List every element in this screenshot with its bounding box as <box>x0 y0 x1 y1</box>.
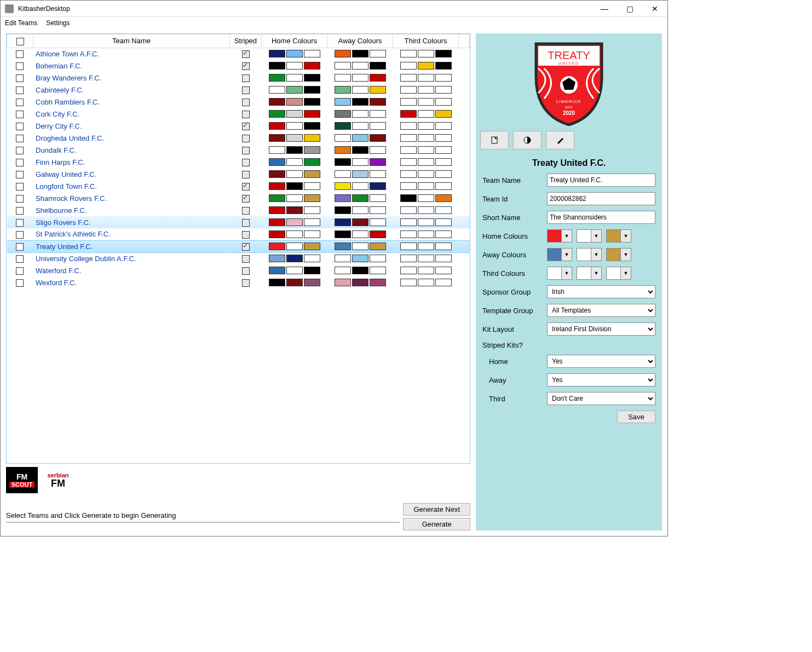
striped-checkbox[interactable] <box>242 62 250 70</box>
minimize-button[interactable]: — <box>592 1 617 17</box>
away-colour-picker[interactable]: ▼ <box>577 248 602 261</box>
third-colour-picker[interactable]: ▼ <box>577 267 602 280</box>
team-id-field[interactable] <box>547 192 655 205</box>
home-colour-picker[interactable]: ▼ <box>606 229 631 243</box>
striped-home-select[interactable]: Yes <box>547 355 655 368</box>
row-checkbox[interactable] <box>16 50 24 58</box>
striped-checkbox[interactable] <box>242 50 250 58</box>
striped-third-select[interactable]: Don't Care <box>547 392 655 405</box>
colour-swatches <box>395 243 456 250</box>
striped-checkbox[interactable] <box>242 219 250 227</box>
table-row[interactable]: Treaty United F.C. <box>7 240 470 252</box>
home-colour-picker[interactable]: ▼ <box>547 229 572 243</box>
striped-checkbox[interactable] <box>242 86 250 94</box>
third-colour-picker[interactable]: ▼ <box>547 267 572 280</box>
brush-tab-button[interactable] <box>546 131 574 149</box>
third-colour-picker[interactable]: ▼ <box>606 267 631 280</box>
info-tab-button[interactable] <box>480 131 509 149</box>
striped-checkbox[interactable] <box>242 159 250 166</box>
table-row[interactable]: Galway United F.C. <box>7 168 470 180</box>
col-third[interactable]: Third Colours <box>393 34 459 48</box>
striped-away-select[interactable]: Yes <box>547 373 655 386</box>
table-row[interactable]: Shelbourne F.C. <box>7 204 470 216</box>
col-team-name[interactable]: Team Name <box>33 34 230 48</box>
row-checkbox[interactable] <box>16 255 24 263</box>
row-checkbox[interactable] <box>16 279 24 287</box>
table-row[interactable]: Wexford F.C. <box>7 276 470 289</box>
row-checkbox[interactable] <box>16 195 24 203</box>
table-row[interactable]: Cobh Ramblers F.C. <box>7 96 470 108</box>
away-colour-picker[interactable]: ▼ <box>606 248 631 261</box>
row-checkbox[interactable] <box>16 147 24 154</box>
striped-checkbox[interactable] <box>242 195 250 203</box>
striped-checkbox[interactable] <box>242 255 250 263</box>
table-row[interactable]: Drogheda United F.C. <box>7 132 470 144</box>
table-row[interactable]: Derry City F.C. <box>7 120 470 132</box>
template-select[interactable]: All Templates <box>547 304 655 317</box>
striped-checkbox[interactable] <box>242 99 250 106</box>
row-checkbox[interactable] <box>16 231 24 239</box>
table-row[interactable]: Athlone Town A.F.C. <box>7 48 470 60</box>
row-checkbox[interactable] <box>16 74 24 82</box>
striped-checkbox[interactable] <box>242 111 250 118</box>
striped-checkbox[interactable] <box>242 183 250 191</box>
striped-checkbox[interactable] <box>242 74 250 82</box>
generate-next-button[interactable]: Generate Next <box>403 503 470 516</box>
away-colour-picker[interactable]: ▼ <box>547 248 572 261</box>
select-all-checkbox[interactable] <box>16 38 24 45</box>
striped-checkbox[interactable] <box>242 267 250 275</box>
contrast-tab-button[interactable] <box>513 131 542 149</box>
row-checkbox[interactable] <box>16 219 24 227</box>
col-home[interactable]: Home Colours <box>262 34 327 48</box>
row-checkbox[interactable] <box>16 159 24 166</box>
short-name-field[interactable] <box>547 211 655 224</box>
generate-button[interactable]: Generate <box>403 518 470 530</box>
striped-checkbox[interactable] <box>242 243 250 251</box>
table-row[interactable]: Dundalk F.C. <box>7 144 470 156</box>
close-button[interactable]: ✕ <box>642 1 667 17</box>
table-row[interactable]: Finn Harps F.C. <box>7 156 470 168</box>
home-colour-picker[interactable]: ▼ <box>577 229 602 243</box>
colour-swatch <box>335 194 351 202</box>
save-button[interactable]: Save <box>617 411 655 423</box>
row-checkbox[interactable] <box>16 183 24 191</box>
row-checkbox[interactable] <box>16 99 24 106</box>
maximize-button[interactable]: ▢ <box>617 1 642 17</box>
menu-settings[interactable]: Settings <box>46 19 70 27</box>
colour-swatch <box>370 230 386 238</box>
kit-select[interactable]: Ireland First Division <box>547 322 655 336</box>
row-checkbox[interactable] <box>16 62 24 70</box>
striped-checkbox[interactable] <box>242 135 250 142</box>
row-checkbox[interactable] <box>16 135 24 142</box>
striped-checkbox[interactable] <box>242 147 250 154</box>
row-checkbox[interactable] <box>16 207 24 215</box>
row-checkbox[interactable] <box>16 86 24 94</box>
colour-swatches <box>330 146 390 154</box>
striped-checkbox[interactable] <box>242 171 250 178</box>
table-row[interactable]: Longford Town F.C. <box>7 180 470 192</box>
row-checkbox[interactable] <box>16 123 24 130</box>
team-name-field[interactable] <box>547 174 655 187</box>
table-row[interactable]: Bray Wanderers F.C. <box>7 72 470 84</box>
table-row[interactable]: Sligo Rovers F.C. <box>7 216 470 228</box>
row-checkbox[interactable] <box>16 171 24 178</box>
col-check[interactable] <box>7 34 33 48</box>
row-checkbox[interactable] <box>16 243 24 251</box>
striped-checkbox[interactable] <box>242 231 250 239</box>
row-checkbox[interactable] <box>16 267 24 275</box>
striped-checkbox[interactable] <box>242 279 250 287</box>
menu-edit-teams[interactable]: Edit Teams <box>5 19 37 27</box>
table-row[interactable]: St Patrick's Athletic F.C. <box>7 228 470 240</box>
col-striped[interactable]: Striped <box>230 34 262 48</box>
striped-checkbox[interactable] <box>242 207 250 215</box>
table-row[interactable]: Shamrock Rovers F.C. <box>7 192 470 204</box>
table-row[interactable]: Cabinteely F.C. <box>7 84 470 96</box>
table-row[interactable]: Bohemian F.C. <box>7 60 470 72</box>
table-row[interactable]: University College Dublin A.F.C. <box>7 252 470 264</box>
table-row[interactable]: Cork City F.C. <box>7 108 470 120</box>
col-away[interactable]: Away Colours <box>327 34 393 48</box>
striped-checkbox[interactable] <box>242 123 250 130</box>
sponsor-select[interactable]: Irish <box>547 285 655 298</box>
table-row[interactable]: Waterford F.C. <box>7 264 470 276</box>
row-checkbox[interactable] <box>16 111 24 118</box>
